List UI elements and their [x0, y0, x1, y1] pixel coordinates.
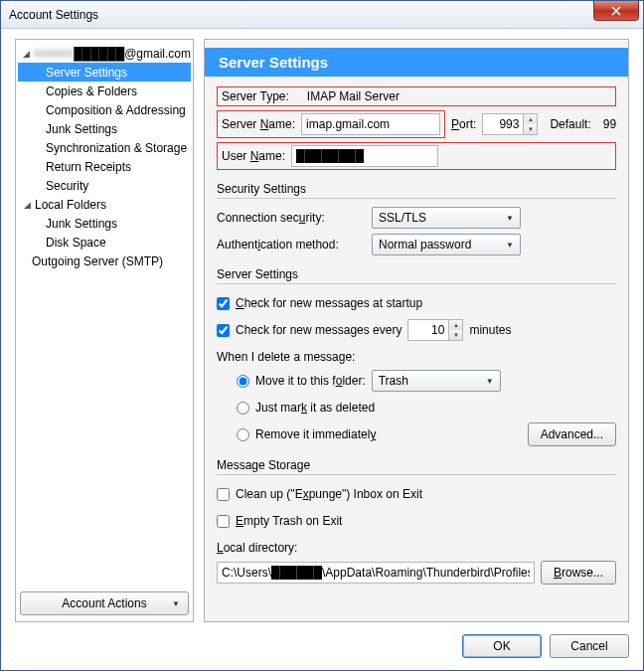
- server-type-label: Server Type:: [222, 89, 289, 103]
- dialog-body: ◢ ######██████@gmail.com Server Settings…: [1, 29, 643, 670]
- advanced-button[interactable]: Advanced...: [528, 422, 616, 446]
- tree-account-gmail[interactable]: ◢ ######██████@gmail.com: [18, 44, 191, 63]
- port-input[interactable]: [483, 117, 523, 131]
- expand-icon: ◢: [22, 200, 32, 210]
- sidebar-item-security[interactable]: Security: [18, 176, 191, 195]
- main-area: ◢ ######██████@gmail.com Server Settings…: [15, 39, 629, 622]
- delete-folder-select[interactable]: Trash: [372, 370, 501, 392]
- tree-local-folders[interactable]: ◢ Local Folders: [18, 195, 191, 214]
- sidebar-item-server-settings[interactable]: Server Settings: [18, 63, 191, 82]
- sidebar-item-junk-settings[interactable]: Junk Settings: [18, 119, 191, 138]
- interval-down[interactable]: ▼: [449, 330, 462, 340]
- local-dir-label: Local directory:: [217, 541, 297, 555]
- port-down[interactable]: ▼: [524, 124, 537, 134]
- expunge-checkbox[interactable]: Clean up ("Expunge") Inbox on Exit: [217, 487, 422, 501]
- check-startup-checkbox[interactable]: Check for new messages at startup: [217, 296, 422, 310]
- port-spinner[interactable]: ▲ ▼: [482, 113, 538, 135]
- username-row: User Name:: [217, 142, 616, 170]
- close-icon: [611, 6, 621, 16]
- default-port-label: Default:: [550, 117, 590, 131]
- auth-method-label: Authentication method:: [217, 238, 366, 252]
- username-input[interactable]: [291, 145, 438, 167]
- account-tree: ◢ ######██████@gmail.com Server Settings…: [16, 40, 193, 591]
- delete-remove-radio[interactable]: Remove it immediately: [237, 427, 376, 441]
- storage-section-label: Message Storage: [217, 458, 616, 472]
- panel-header: Server Settings: [205, 48, 628, 77]
- expand-icon: ◢: [22, 49, 31, 59]
- ok-button[interactable]: OK: [462, 634, 542, 658]
- dropdown-arrow-icon: ▼: [172, 599, 180, 608]
- sidebar-item-local-disk[interactable]: Disk Space: [18, 233, 191, 252]
- server-name-row: Server Name:: [217, 110, 445, 138]
- default-port-value: 993: [603, 117, 616, 131]
- settings-panel: Server Settings Server Type: IMAP Mail S…: [204, 39, 629, 622]
- account-settings-window: Account Settings ◢ ######██████@gmail.co…: [0, 0, 644, 671]
- connection-security-select[interactable]: SSL/TLS: [372, 207, 521, 229]
- server-type-row: Server Type: IMAP Mail Server: [217, 86, 616, 106]
- account-email: ██████@gmail.com: [74, 47, 191, 61]
- server-settings-section-label: Server Settings: [217, 267, 616, 281]
- connection-security-label: Connection security:: [217, 211, 366, 225]
- port-label: Port:: [451, 117, 476, 131]
- account-name-blurred: ######: [34, 47, 74, 61]
- titlebar: Account Settings: [1, 1, 643, 29]
- minutes-label: minutes: [469, 323, 511, 337]
- delete-mark-radio[interactable]: Just mark it as deleted: [237, 401, 375, 415]
- browse-button[interactable]: Browse...: [541, 561, 616, 585]
- sidebar-item-return-receipts[interactable]: Return Receipts: [18, 157, 191, 176]
- server-type-value: IMAP Mail Server: [307, 89, 400, 103]
- sidebar-item-composition-addressing[interactable]: Composition & Addressing: [18, 100, 191, 119]
- empty-trash-checkbox[interactable]: Empty Trash on Exit: [217, 514, 342, 528]
- window-title: Account Settings: [9, 8, 98, 22]
- check-every-checkbox[interactable]: Check for new messages every: [217, 323, 402, 337]
- auth-method-select[interactable]: Normal password: [372, 234, 521, 255]
- port-up[interactable]: ▲: [524, 114, 537, 124]
- server-name-input[interactable]: [301, 113, 440, 135]
- sidebar-item-sync-storage[interactable]: Synchronization & Storage: [18, 138, 191, 157]
- tree-outgoing-smtp[interactable]: Outgoing Server (SMTP): [18, 252, 191, 270]
- security-section-label: Security Settings: [217, 182, 616, 196]
- dialog-buttons: OK Cancel: [15, 622, 629, 658]
- delete-move-radio[interactable]: Move it to this folder:: [237, 374, 366, 388]
- interval-up[interactable]: ▲: [449, 320, 462, 330]
- interval-spinner[interactable]: ▲ ▼: [407, 319, 463, 341]
- account-actions-button[interactable]: Account Actions ▼: [20, 591, 189, 615]
- sidebar-item-local-junk[interactable]: Junk Settings: [18, 214, 191, 233]
- local-dir-input[interactable]: [217, 562, 535, 584]
- close-button[interactable]: [593, 1, 639, 21]
- sidebar-item-copies-folders[interactable]: Copies & Folders: [18, 82, 191, 100]
- when-delete-label: When I delete a message:: [217, 350, 355, 364]
- cancel-button[interactable]: Cancel: [550, 634, 629, 658]
- interval-input[interactable]: [408, 323, 448, 337]
- sidebar: ◢ ######██████@gmail.com Server Settings…: [15, 39, 194, 622]
